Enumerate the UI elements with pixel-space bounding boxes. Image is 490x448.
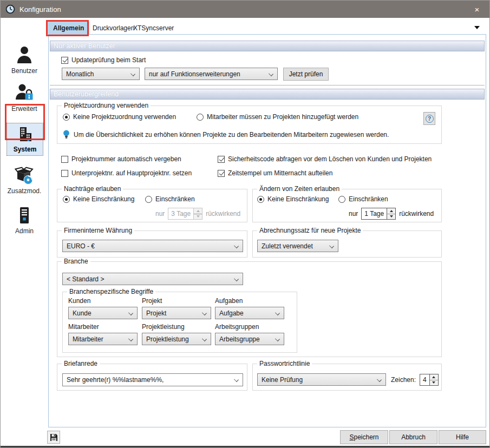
checkbox-icon[interactable]	[218, 170, 225, 177]
checkbox-icon[interactable]	[61, 57, 68, 64]
radio-label: Keine Projektzuordnung verwenden	[73, 113, 176, 121]
help-button[interactable]: ?	[423, 112, 435, 125]
term-label: Mitarbeiter	[68, 323, 99, 331]
term-employees-select[interactable]: Mitarbeiter	[68, 333, 138, 345]
sidebar-item-erweitert[interactable]: Erweitert	[1, 83, 48, 113]
spinner-up-icon[interactable]	[430, 374, 438, 380]
checkbox-security-code[interactable]: Sicherheitscode abfragen vor dem Löschen…	[218, 155, 432, 163]
term-workgroups-select[interactable]: Arbeitsgruppe	[215, 333, 284, 345]
spinner-down-icon[interactable]	[387, 214, 395, 220]
chevron-down-icon	[234, 377, 239, 382]
save-button[interactable]: Speichern	[340, 430, 388, 444]
currency-select[interactable]: EURO - €	[62, 240, 243, 252]
checkbox-midnight-split[interactable]: Zeitstempel um Mitternacht aufteilen	[218, 169, 332, 177]
check-now-button[interactable]: Jetzt prüfen	[283, 68, 329, 81]
radio-icon[interactable]	[63, 114, 70, 121]
save-disk-button[interactable]	[47, 431, 60, 444]
radio-icon[interactable]	[197, 114, 204, 121]
spinner-down-icon[interactable]	[430, 380, 438, 386]
radio-icon[interactable]	[145, 196, 152, 203]
chevron-down-icon	[275, 311, 280, 315]
selected-value: < Standard >	[67, 275, 104, 283]
radio-late-no-restriction[interactable]: Keine Einschränkung	[63, 195, 134, 203]
tab-overflow-caret-icon[interactable]	[474, 26, 480, 29]
button-label: Abbruch	[401, 433, 426, 441]
term-label: Projektleistung	[142, 323, 185, 331]
close-icon[interactable]: ×	[465, 1, 489, 18]
chevron-down-icon	[234, 243, 239, 248]
update-interval-select[interactable]: Monatlich	[62, 68, 140, 80]
sidebar-item-zusatzmod[interactable]: Zusatzmod.	[1, 166, 48, 195]
term-customers-select[interactable]: Kunde	[68, 307, 138, 319]
chevron-down-icon	[130, 71, 135, 76]
radio-late-restrict[interactable]: Einschränken	[145, 195, 195, 203]
checkbox-icon[interactable]	[61, 170, 68, 177]
selected-value: Mitarbeiter	[73, 335, 103, 343]
update-scope-select[interactable]: nur auf Funktionserweiterungen	[145, 68, 278, 80]
term-label: Arbeitsgruppen	[215, 323, 259, 331]
group-salutation: Briefanrede Sehr geehrte(r) %%lastname%%…	[57, 364, 247, 391]
lightbulb-icon	[63, 130, 70, 139]
chevron-down-icon	[128, 311, 133, 315]
checkbox-icon[interactable]	[61, 156, 68, 163]
radio-edit-restrict[interactable]: Einschränken	[338, 195, 388, 203]
sidebar-item-admin[interactable]: Admin	[1, 206, 48, 235]
group-title: Projektzuordnung verwenden	[62, 102, 151, 109]
chevron-down-icon	[234, 276, 239, 281]
button-label: Hilfe	[456, 433, 469, 441]
sidebar-item-system[interactable]: System	[7, 123, 43, 155]
spinner-arrows[interactable]	[387, 208, 395, 219]
spinner-up-icon[interactable]	[387, 208, 395, 214]
salutation-combo[interactable]: Sehr geehrte(r) %%lastname%%,	[62, 373, 243, 386]
radio-must-be-added[interactable]: Mitarbeiter müssen zu Projekten hinzugef…	[197, 113, 358, 121]
late-days-row: nur 3 Tage rückwirkend	[155, 208, 240, 220]
industry-select[interactable]: < Standard >	[62, 273, 243, 285]
selected-value: Aufgabe	[219, 309, 244, 317]
password-chars-spinner[interactable]: 4	[420, 374, 439, 386]
sidebar-item-benutzer[interactable]: Benutzer	[1, 45, 48, 75]
group-title: Briefanrede	[62, 360, 100, 367]
checkbox-updatecheck[interactable]: Updateprüfung beim Start	[61, 56, 146, 64]
chevron-down-icon	[329, 243, 334, 248]
selected-value: Keine Prüfung	[262, 376, 303, 384]
group-password-policy: Passwortrichtlinie Keine Prüfung Zeichen…	[252, 364, 442, 391]
selected-value: nur auf Funktionserweiterungen	[149, 70, 240, 78]
radio-icon[interactable]	[63, 196, 70, 203]
term-project-select[interactable]: Projekt	[142, 307, 211, 319]
group-industry: Branche < Standard > Branchenspezifische…	[57, 261, 442, 357]
hint-text: Um die Übersichtlichkeit zu erhöhen könn…	[74, 131, 389, 139]
group-title: Branchenspezifische Begriffe	[67, 288, 155, 295]
chevron-down-icon	[275, 337, 280, 341]
help-footer-button[interactable]: Hilfe	[439, 430, 486, 444]
spinner-arrows[interactable]	[429, 374, 438, 385]
sidebar-item-label: Erweitert	[11, 105, 37, 113]
radio-icon[interactable]	[257, 196, 264, 203]
group-title: Passwortrichtlinie	[257, 360, 312, 367]
checkbox-label: Zeitstempel um Mitternacht aufteilen	[228, 169, 332, 177]
radio-icon[interactable]	[338, 196, 345, 203]
cancel-button[interactable]: Abbruch	[389, 430, 437, 444]
section-header-cross-user: Benutzerübergreifend	[50, 89, 485, 100]
radio-no-assignment[interactable]: Keine Projektzuordnung verwenden	[63, 113, 176, 121]
tab-xtsyncserver[interactable]: XTSyncserver	[128, 22, 179, 34]
radio-edit-no-restriction[interactable]: Keine Einschränkung	[257, 195, 329, 203]
prefix-label: nur	[349, 210, 358, 218]
password-policy-select[interactable]: Keine Prüfung	[257, 373, 386, 386]
group-edit-times: Ändern von Zeiten erlauben Keine Einschr…	[252, 189, 442, 222]
checkbox-icon[interactable]	[218, 156, 225, 163]
content-panel: Nur aktiver Benutzer Updateprüfung beim …	[48, 34, 486, 427]
term-tasks-select[interactable]: Aufgabe	[215, 307, 284, 319]
term-projectwork-select[interactable]: Projektleistung	[142, 333, 211, 345]
checkbox-subproject-number[interactable]: Unterprojektnr. auf Hauptprojektnr. setz…	[61, 169, 192, 177]
edit-days-spinner[interactable]: 1 Tage	[361, 208, 396, 220]
tab-allgemein[interactable]: Allgemein	[48, 22, 89, 34]
radio-label: Einschränken	[155, 195, 195, 203]
button-label: Jetzt prüfen	[289, 70, 323, 78]
spinner-arrows	[193, 208, 202, 219]
billing-rate-select[interactable]: Zuletzt verwendet	[257, 240, 338, 252]
group-title: Ändern von Zeiten erlauben	[257, 185, 342, 193]
selected-value: Sehr geehrte(r) %%lastname%%,	[67, 376, 164, 384]
buildings-icon	[16, 126, 34, 144]
group-title: Branche	[62, 258, 90, 265]
checkbox-auto-project-number[interactable]: Projektnummer automatisch vergeben	[61, 155, 181, 163]
